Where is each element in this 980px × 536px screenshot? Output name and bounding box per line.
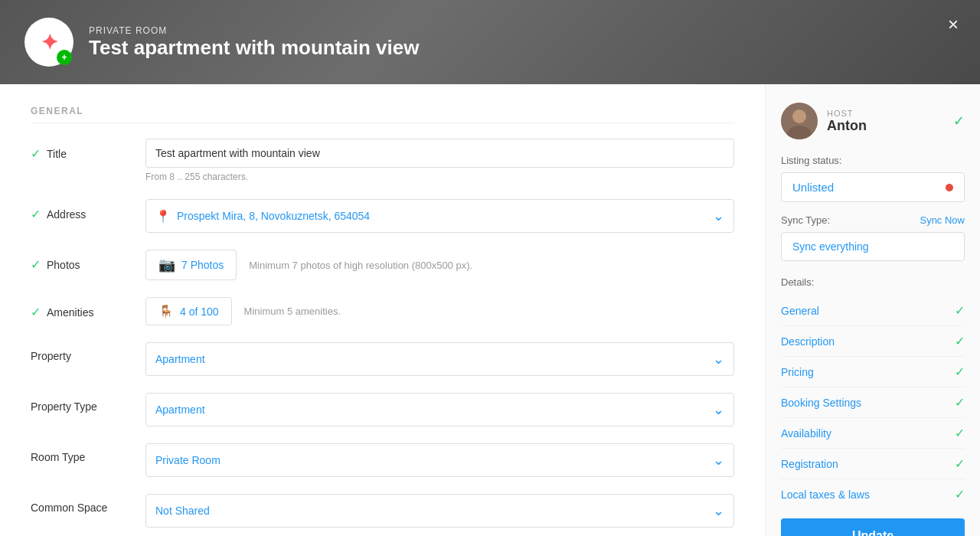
title-label-wrapper: ✓ Title xyxy=(31,139,130,161)
sync-value: Sync everything xyxy=(792,240,953,253)
room-type-label: Room Type xyxy=(31,451,85,463)
detail-description-check-icon: ✓ xyxy=(955,334,965,348)
common-space-field: Not Shared ⌄ xyxy=(145,494,734,528)
airbnb-icon: ✦ xyxy=(41,30,58,55)
form-row-room-type: Room Type Private Room ⌄ xyxy=(31,443,734,477)
detail-item-pricing[interactable]: Pricing ✓ xyxy=(781,357,965,387)
host-label: HOST xyxy=(827,109,867,118)
host-info: HOST Anton xyxy=(781,103,867,139)
common-space-dropdown[interactable]: Not Shared ⌄ xyxy=(145,494,734,528)
listing-status-value: Unlisted xyxy=(792,181,834,194)
close-button[interactable]: × xyxy=(948,15,959,34)
detail-booking-settings-label: Booking Settings xyxy=(781,397,861,409)
common-space-chevron-icon: ⌄ xyxy=(713,502,724,519)
property-type-label-wrapper: Property Type xyxy=(31,393,130,413)
avatar xyxy=(781,103,818,139)
title-input[interactable] xyxy=(145,139,734,168)
title-hint: From 8 .. 255 characters. xyxy=(145,172,734,182)
common-space-label-wrapper: Common Space xyxy=(31,494,130,514)
form-row-property: Property Apartment ⌄ xyxy=(31,342,734,376)
address-chevron-icon: ⌄ xyxy=(713,208,724,224)
amenities-check-icon: ✓ xyxy=(31,305,41,319)
details-label: Details: xyxy=(781,276,965,288)
sync-now-button[interactable]: Sync Now xyxy=(920,214,965,226)
room-type-chevron-icon: ⌄ xyxy=(713,452,724,469)
detail-general-label: General xyxy=(781,305,819,317)
photos-count: 7 Photos xyxy=(181,259,224,271)
property-type-field: Apartment ⌄ xyxy=(145,393,734,427)
amenities-field: 🪑 4 of 100 Minimum 5 amenities. xyxy=(145,297,734,325)
detail-item-availability[interactable]: Availability ✓ xyxy=(781,418,965,449)
left-panel: GENERAL ✓ Title From 8 .. 255 characters… xyxy=(0,84,766,536)
title-field: From 8 .. 255 characters. xyxy=(145,139,734,182)
detail-local-taxes-check-icon: ✓ xyxy=(955,487,965,502)
details-list: General ✓ Description ✓ Pricing ✓ Bookin… xyxy=(781,296,965,509)
detail-item-registration[interactable]: Registration ✓ xyxy=(781,449,965,479)
amenities-label-wrapper: ✓ Amenities xyxy=(31,297,130,319)
listing-status-label: Listing status: xyxy=(781,155,965,166)
property-field: Apartment ⌄ xyxy=(145,342,734,376)
form-row-amenities: ✓ Amenities 🪑 4 of 100 Minimum 5 ameniti… xyxy=(31,297,734,325)
detail-item-general[interactable]: General ✓ xyxy=(781,296,965,326)
amenities-button[interactable]: 🪑 4 of 100 xyxy=(145,297,232,325)
hero-text: PRIVATE ROOM Test apartment with mountai… xyxy=(89,25,419,60)
detail-item-booking-settings[interactable]: Booking Settings ✓ xyxy=(781,387,965,418)
amenities-row: 🪑 4 of 100 Minimum 5 amenities. xyxy=(145,297,734,325)
detail-registration-check-icon: ✓ xyxy=(955,456,965,471)
hero-section: ✦ + PRIVATE ROOM Test apartment with mou… xyxy=(0,0,980,84)
address-label-wrapper: ✓ Address xyxy=(31,199,130,221)
common-space-label: Common Space xyxy=(31,502,107,514)
room-type-label-wrapper: Room Type xyxy=(31,443,130,463)
photos-button[interactable]: 📷 7 Photos xyxy=(145,250,237,280)
photos-label-wrapper: ✓ Photos xyxy=(31,250,130,272)
form-row-common-space: Common Space Not Shared ⌄ xyxy=(31,494,734,528)
listing-status-dropdown[interactable]: Unlisted xyxy=(781,172,965,202)
hero-content: ✦ + PRIVATE ROOM Test apartment with mou… xyxy=(24,18,956,67)
detail-description-label: Description xyxy=(781,335,835,348)
property-type-label: Property Type xyxy=(31,400,97,413)
detail-pricing-check-icon: ✓ xyxy=(955,364,965,379)
amenities-label: Amenities xyxy=(47,306,93,319)
form-row-title: ✓ Title From 8 .. 255 characters. xyxy=(31,139,734,182)
address-label: Address xyxy=(47,208,86,221)
property-label: Property xyxy=(31,350,71,362)
photos-label: Photos xyxy=(47,259,80,271)
common-space-value: Not Shared xyxy=(155,505,210,517)
property-value: Apartment xyxy=(155,353,205,365)
property-label-wrapper: Property xyxy=(31,342,130,362)
amenities-hint: Minimum 5 amenities. xyxy=(244,306,341,317)
form-row-address: ✓ Address 📍 Prospekt Mira, 8, Novokuznet… xyxy=(31,199,734,233)
room-type-value: Private Room xyxy=(155,454,220,466)
logo: ✦ + xyxy=(24,18,74,67)
host-section: HOST Anton ✓ xyxy=(781,103,965,139)
form-row-photos: ✓ Photos 📷 7 Photos Minimum 7 photos of … xyxy=(31,250,734,280)
property-chevron-icon: ⌄ xyxy=(713,351,724,368)
address-check-icon: ✓ xyxy=(31,207,41,221)
host-check-icon: ✓ xyxy=(953,113,965,129)
section-general-label: GENERAL xyxy=(31,106,734,123)
sync-row: Sync Type: Sync Now xyxy=(781,214,965,226)
photos-check-icon: ✓ xyxy=(31,257,41,272)
title-check-icon: ✓ xyxy=(31,146,41,161)
detail-item-description[interactable]: Description ✓ xyxy=(781,326,965,357)
detail-item-local-taxes[interactable]: Local taxes & laws ✓ xyxy=(781,479,965,509)
title-label: Title xyxy=(47,148,67,160)
room-type-dropdown[interactable]: Private Room ⌄ xyxy=(145,443,734,477)
photo-row: 📷 7 Photos Minimum 7 photos of high reso… xyxy=(145,250,734,280)
host-name: Anton xyxy=(827,118,867,134)
status-dot-icon xyxy=(946,184,953,191)
property-dropdown[interactable]: Apartment ⌄ xyxy=(145,342,734,376)
sync-dropdown[interactable]: Sync everything xyxy=(781,232,965,261)
amenities-count: 4 of 100 xyxy=(180,306,219,318)
property-type-value: Apartment xyxy=(155,404,205,416)
camera-icon: 📷 xyxy=(158,257,175,273)
property-type-chevron-icon: ⌄ xyxy=(713,401,724,418)
update-button[interactable]: Update xyxy=(781,518,965,536)
address-dropdown[interactable]: 📍 Prospekt Mira, 8, Novokuznetsk, 654054… xyxy=(145,199,734,233)
room-type-field: Private Room ⌄ xyxy=(145,443,734,477)
svg-point-1 xyxy=(792,109,806,123)
sync-type-label: Sync Type: xyxy=(781,214,830,226)
detail-booking-check-icon: ✓ xyxy=(955,395,965,410)
property-type-dropdown[interactable]: Apartment ⌄ xyxy=(145,393,734,427)
detail-availability-check-icon: ✓ xyxy=(955,426,965,440)
